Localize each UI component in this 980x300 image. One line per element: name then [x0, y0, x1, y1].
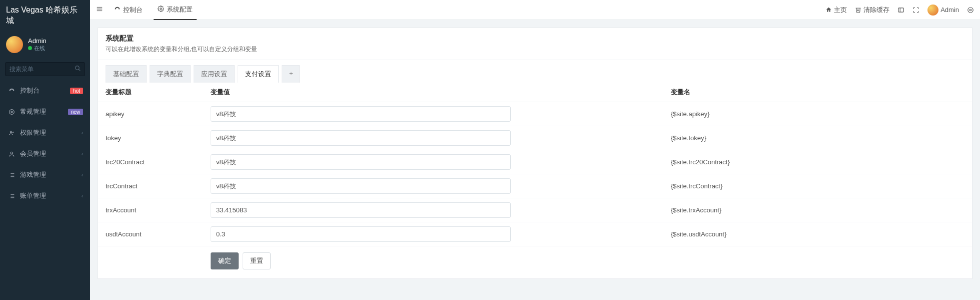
user-block: Admin 在线 — [0, 31, 90, 58]
badge-new: new — [68, 109, 83, 115]
list-icon — [7, 193, 16, 199]
user-status-text: 在线 — [34, 45, 45, 51]
sidebar-item-label: 权限管理 — [20, 128, 82, 137]
chevron-left-icon: ‹ — [82, 151, 83, 157]
row-title: trxAccount — [98, 198, 203, 222]
avatar-small — [927, 5, 938, 16]
svg-point-4 — [10, 131, 12, 132]
row-title: trcContract — [98, 174, 203, 198]
cogs-icon — [7, 109, 16, 115]
row-varname: {$site.trcContract} — [663, 174, 972, 198]
topbar: 控制台 系统配置 主页 — [90, 0, 980, 20]
sidebar-item-label: 账单管理 — [20, 191, 82, 200]
svg-point-5 — [13, 132, 14, 133]
trash-icon — [855, 7, 861, 13]
home-icon — [825, 7, 832, 13]
config-panel: 系统配置 可以在此增改系统的变量和分组,也可以自定义分组和变量 基础配置 字典配… — [98, 28, 972, 279]
sidebar-item-4[interactable]: 游戏管理‹ — [0, 164, 90, 185]
table-row: trcContract{$site.trcContract} — [98, 174, 972, 198]
table-row: usdtAccount{$site.usdtAccount} — [98, 222, 972, 246]
row-varname: {$site.usdtAccount} — [663, 222, 972, 246]
row-title: usdtAccount — [98, 222, 203, 246]
confirm-button[interactable]: 确定 — [211, 252, 239, 269]
row-varname: {$site.tokey} — [663, 126, 972, 150]
sidebar-item-2[interactable]: 权限管理‹ — [0, 122, 90, 143]
sidebar-item-label: 控制台 — [20, 86, 70, 95]
tab-add[interactable]: + — [282, 65, 300, 83]
row-value-input[interactable] — [211, 130, 511, 146]
chevron-left-icon: ‹ — [82, 172, 83, 178]
top-tab-sysconfig[interactable]: 系统配置 — [154, 0, 197, 20]
user-status: 在线 — [28, 45, 47, 52]
topbar-user-label: Admin — [940, 6, 959, 14]
svg-point-6 — [11, 152, 13, 154]
col-header-value: 变量值 — [203, 83, 663, 102]
search-input[interactable] — [5, 62, 85, 76]
row-value-input[interactable] — [211, 226, 511, 242]
reset-button[interactable]: 重置 — [243, 252, 271, 269]
sidebar-item-1[interactable]: 常规管理new — [0, 101, 90, 122]
config-table: 变量标题 变量值 变量名 apikey{$site.apikey}tokey{$… — [98, 83, 972, 246]
home-link[interactable]: 主页 — [825, 6, 847, 15]
badge-hot: hot — [70, 88, 83, 94]
gear-icon — [158, 6, 164, 14]
row-title: apikey — [98, 102, 203, 126]
language-icon[interactable] — [897, 7, 904, 14]
sidebar-item-0[interactable]: 控制台hot — [0, 80, 90, 101]
row-value-input[interactable] — [211, 178, 511, 194]
row-value-input[interactable] — [211, 202, 511, 218]
row-title: trc20Contract — [98, 150, 203, 174]
settings-icon[interactable] — [967, 7, 974, 14]
row-value-cell — [203, 222, 663, 246]
list-icon — [7, 172, 16, 178]
top-tab-sysconfig-label: 系统配置 — [167, 5, 193, 14]
table-row: tokey{$site.tokey} — [98, 126, 972, 150]
col-header-name: 变量名 — [663, 83, 972, 102]
home-link-label: 主页 — [834, 6, 847, 15]
svg-point-26 — [968, 7, 973, 13]
dashboard-icon — [7, 88, 16, 94]
tab-dict[interactable]: 字典配置 — [150, 65, 191, 83]
tab-app[interactable]: 应用设置 — [194, 65, 235, 83]
tab-pay[interactable]: 支付设置 — [238, 65, 279, 83]
row-varname: {$site.apikey} — [663, 102, 972, 126]
row-varname: {$site.trxAccount} — [663, 198, 972, 222]
row-varname: {$site.trc20Contract} — [663, 150, 972, 174]
row-value-input[interactable] — [211, 106, 511, 122]
topbar-user[interactable]: Admin — [927, 5, 959, 16]
sidebar-nav: 控制台hot常规管理new权限管理‹会员管理‹游戏管理‹账单管理‹ — [0, 80, 90, 206]
row-value-input[interactable] — [211, 154, 511, 170]
row-value-cell — [203, 126, 663, 150]
chevron-left-icon: ‹ — [82, 130, 83, 136]
row-value-cell — [203, 198, 663, 222]
row-value-cell — [203, 150, 663, 174]
group-icon — [7, 130, 16, 136]
fullscreen-icon[interactable] — [912, 7, 919, 14]
svg-point-0 — [76, 66, 80, 70]
row-title: tokey — [98, 126, 203, 150]
table-row: apikey{$site.apikey} — [98, 102, 972, 126]
panel-desc: 可以在此增改系统的变量和分组,也可以自定义分组和变量 — [106, 45, 964, 54]
user-icon — [7, 151, 16, 157]
svg-rect-23 — [898, 8, 904, 12]
brand-title: Las Vegas 哈希娱乐城 — [0, 0, 90, 31]
hamburger-icon[interactable] — [96, 6, 103, 14]
col-header-title: 变量标题 — [98, 83, 203, 102]
row-value-cell — [203, 174, 663, 198]
clear-cache-link[interactable]: 清除缓存 — [855, 6, 889, 15]
sidebar-item-label: 常规管理 — [20, 107, 68, 116]
chevron-left-icon: ‹ — [82, 193, 83, 199]
tab-basic[interactable]: 基础配置 — [106, 65, 147, 83]
top-tab-dashboard[interactable]: 控制台 — [110, 0, 147, 20]
sidebar-item-5[interactable]: 账单管理‹ — [0, 185, 90, 206]
search-icon[interactable] — [75, 65, 81, 73]
sidebar-search — [0, 58, 90, 80]
status-dot — [28, 46, 32, 50]
svg-point-2 — [11, 111, 12, 112]
table-row: trxAccount{$site.trxAccount} — [98, 198, 972, 222]
avatar — [6, 36, 23, 53]
clear-cache-label: 清除缓存 — [863, 6, 889, 15]
svg-point-3 — [9, 109, 14, 114]
sidebar-item-3[interactable]: 会员管理‹ — [0, 143, 90, 164]
svg-point-25 — [969, 9, 971, 11]
